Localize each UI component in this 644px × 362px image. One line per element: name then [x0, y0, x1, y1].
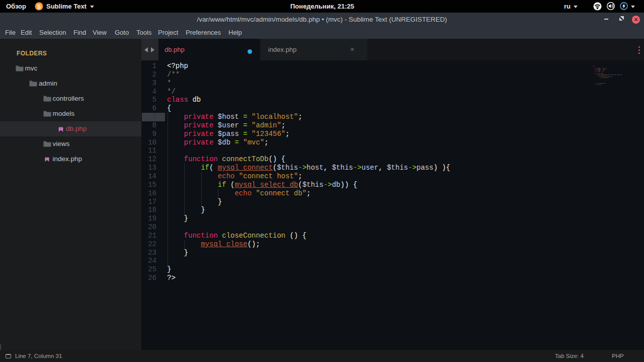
svg-text:S: S — [37, 4, 41, 10]
